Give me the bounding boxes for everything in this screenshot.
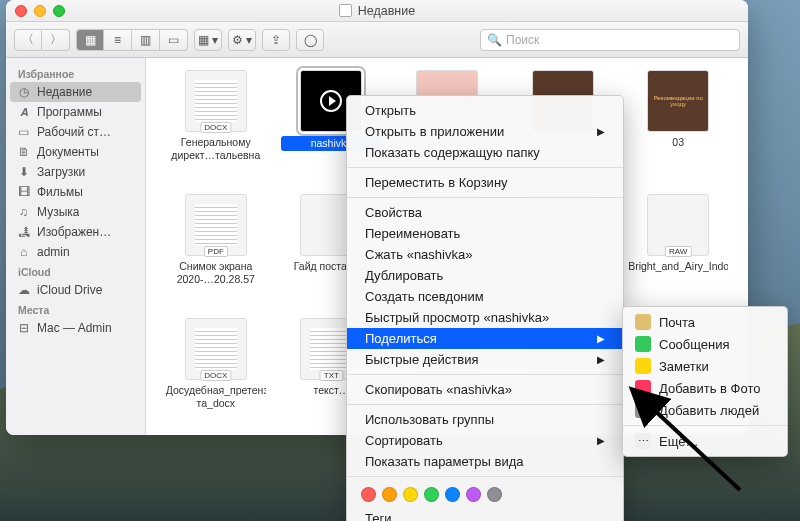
- menu-item-label: Скопировать «nashivka»: [365, 382, 512, 397]
- sidebar-item[interactable]: ⌂admin: [6, 242, 145, 262]
- context-menu-item[interactable]: Свойства: [347, 202, 623, 223]
- context-menu-item[interactable]: Показать параметры вида: [347, 451, 623, 472]
- sidebar-item[interactable]: ♫Музыка: [6, 202, 145, 222]
- context-menu-item[interactable]: Переименовать: [347, 223, 623, 244]
- share-menu-item[interactable]: Добавить людей: [623, 399, 787, 421]
- sidebar-item-label: Музыка: [37, 205, 79, 219]
- sidebar-item[interactable]: 🏞Изображен…: [6, 222, 145, 242]
- forward-button[interactable]: 〉: [42, 29, 70, 51]
- sidebar-item[interactable]: 🗎Документы: [6, 142, 145, 162]
- titlebar: Недавние: [6, 0, 748, 22]
- tag-color[interactable]: [466, 487, 481, 502]
- tag-color[interactable]: [361, 487, 376, 502]
- menu-item-label: Открыть: [365, 103, 416, 118]
- tag-color[interactable]: [424, 487, 439, 502]
- context-menu-item[interactable]: Дублировать: [347, 265, 623, 286]
- tag-color[interactable]: [445, 487, 460, 502]
- movies-icon: 🎞: [16, 186, 31, 199]
- context-menu-item[interactable]: Показать содержащую папку: [347, 142, 623, 163]
- file-item[interactable]: Снимок экрана 2020-…20.28.57: [162, 194, 270, 314]
- documents-icon: 🗎: [16, 146, 31, 159]
- tag-color[interactable]: [487, 487, 502, 502]
- share-button[interactable]: ⇪: [262, 29, 290, 51]
- search-input[interactable]: 🔍 Поиск: [480, 29, 740, 51]
- menu-item-label: Переименовать: [365, 226, 460, 241]
- action-menu-button[interactable]: ⚙ ▾: [228, 29, 256, 51]
- desktop-icon: ▭: [16, 126, 31, 139]
- sidebar-section-header: iCloud: [6, 262, 145, 280]
- context-menu-item[interactable]: Сжать «nashivka»: [347, 244, 623, 265]
- share-more-item[interactable]: ⋯Ещё…: [623, 430, 787, 452]
- sidebar-item-label: admin: [37, 245, 70, 259]
- apps-icon: 𝘼: [16, 106, 31, 119]
- group-menu-button[interactable]: ▦ ▾: [194, 29, 222, 51]
- play-icon: [320, 90, 342, 112]
- menu-item-label: Показать параметры вида: [365, 454, 523, 469]
- chevron-right-icon: ▶: [597, 126, 605, 137]
- menu-separator: [623, 425, 787, 426]
- sidebar-item[interactable]: 𝘼Программы: [6, 102, 145, 122]
- sidebar-item-label: Программы: [37, 105, 102, 119]
- context-menu-item[interactable]: Создать псевдоним: [347, 286, 623, 307]
- sidebar-item-label: Фильмы: [37, 185, 83, 199]
- share-submenu: ПочтаСообщенияЗаметкиДобавить в ФотоДоба…: [622, 306, 788, 457]
- search-placeholder: Поиск: [506, 33, 539, 47]
- sidebar: Избранное◷Недавние𝘼Программы▭Рабочий ст……: [6, 58, 146, 435]
- file-item[interactable]: Bright_and_Airy_Indoor_1: [624, 194, 732, 314]
- file-thumb: [185, 194, 247, 256]
- context-menu-item[interactable]: Использовать группы: [347, 409, 623, 430]
- column-view-button[interactable]: ▥: [132, 29, 160, 51]
- share-menu-item[interactable]: Сообщения: [623, 333, 787, 355]
- nav-buttons: 〈 〉: [14, 29, 70, 51]
- context-menu-item[interactable]: Открыть: [347, 100, 623, 121]
- chevron-right-icon: ▶: [597, 435, 605, 446]
- sidebar-item[interactable]: ◷Недавние: [10, 82, 141, 102]
- file-item[interactable]: Генеральному директ…тальевна: [162, 70, 270, 190]
- menu-item-label: Сортировать: [365, 433, 443, 448]
- menu-item-label: Создать псевдоним: [365, 289, 484, 304]
- sidebar-item[interactable]: ▭Рабочий ст…: [6, 122, 145, 142]
- menu-item-label: Показать содержащую папку: [365, 145, 540, 160]
- photos-icon: [635, 380, 651, 396]
- tag-color[interactable]: [403, 487, 418, 502]
- context-menu: ОткрытьОткрыть в приложении▶Показать сод…: [346, 95, 624, 521]
- disk-icon: ⊟: [16, 322, 31, 335]
- context-menu-item[interactable]: Поделиться▶: [347, 328, 623, 349]
- back-button[interactable]: 〈: [14, 29, 42, 51]
- home-icon: ⌂: [16, 246, 31, 259]
- context-menu-item[interactable]: Открыть в приложении▶: [347, 121, 623, 142]
- file-thumb: [185, 70, 247, 132]
- sidebar-item-label: Документы: [37, 145, 99, 159]
- menu-separator: [347, 404, 623, 405]
- file-item[interactable]: Рекомендации по уходу03: [624, 70, 732, 190]
- list-view-button[interactable]: ≡: [104, 29, 132, 51]
- tag-color[interactable]: [382, 487, 397, 502]
- tags-menu-item[interactable]: Теги…: [347, 508, 623, 521]
- share-menu-item[interactable]: Почта: [623, 311, 787, 333]
- downloads-icon: ⬇: [16, 166, 31, 179]
- sidebar-item[interactable]: ☁iCloud Drive: [6, 280, 145, 300]
- file-thumb: [185, 318, 247, 380]
- more-icon: ⋯: [635, 433, 651, 449]
- sidebar-item[interactable]: 🎞Фильмы: [6, 182, 145, 202]
- context-menu-item[interactable]: Переместить в Корзину: [347, 172, 623, 193]
- sidebar-item[interactable]: ⬇Загрузки: [6, 162, 145, 182]
- file-item[interactable]: Досудебная_претензия_…та_docx: [162, 318, 270, 435]
- context-menu-item[interactable]: Сортировать▶: [347, 430, 623, 451]
- sidebar-item-label: Рабочий ст…: [37, 125, 111, 139]
- tags-button[interactable]: ◯: [296, 29, 324, 51]
- context-menu-item[interactable]: Быстрый просмотр «nashivka»: [347, 307, 623, 328]
- gallery-view-button[interactable]: ▭: [160, 29, 188, 51]
- context-menu-item[interactable]: Скопировать «nashivka»: [347, 379, 623, 400]
- icon-view-button[interactable]: ▦: [76, 29, 104, 51]
- people-icon: [635, 402, 651, 418]
- share-item-label: Сообщения: [659, 337, 730, 352]
- share-menu-item[interactable]: Добавить в Фото: [623, 377, 787, 399]
- share-item-label: Добавить людей: [659, 403, 759, 418]
- context-menu-item[interactable]: Быстрые действия▶: [347, 349, 623, 370]
- share-menu-item[interactable]: Заметки: [623, 355, 787, 377]
- menu-item-label: Быстрые действия: [365, 352, 478, 367]
- view-switcher: ▦ ≡ ▥ ▭: [76, 29, 188, 51]
- sidebar-item[interactable]: ⊟Mac — Admin: [6, 318, 145, 338]
- sidebar-item-label: iCloud Drive: [37, 283, 102, 297]
